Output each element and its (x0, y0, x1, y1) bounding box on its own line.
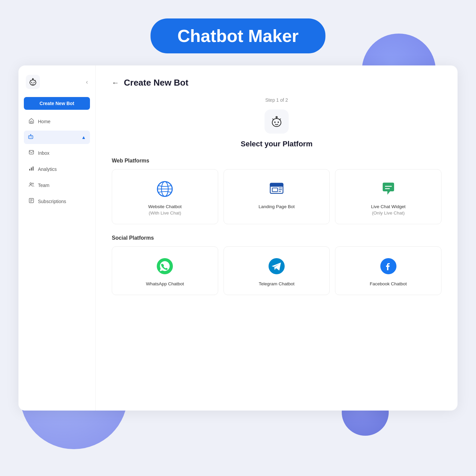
svg-rect-34 (270, 183, 283, 186)
logo-icon (26, 75, 40, 89)
sidebar-item-home-label: Home (38, 119, 50, 124)
svg-line-5 (30, 80, 31, 81)
telegram-chatbot-icon (267, 256, 287, 276)
main-card: ‹ Create New Bot Home ▲ Inbox (18, 65, 458, 411)
sidebar-item-analytics[interactable]: Analytics (24, 162, 90, 176)
sidebar-item-home[interactable]: Home (24, 114, 90, 129)
website-chatbot-label: Website Chatbot(With Live Chat) (148, 204, 182, 217)
bot-icon-container (112, 109, 441, 134)
bot-icon (265, 109, 289, 134)
page-header: ← Create New Bot (112, 78, 441, 88)
platform-card-whatsapp-chatbot[interactable]: WhatsApp Chatbot (112, 246, 218, 295)
svg-rect-16 (33, 166, 34, 171)
chevron-up-icon: ▲ (81, 135, 86, 140)
social-platforms-grid: WhatsApp Chatbot Telegram Chatbot (112, 246, 441, 295)
svg-point-1 (31, 82, 32, 83)
sidebar-item-team[interactable]: Team (24, 178, 90, 192)
platform-card-live-chat-widget[interactable]: Live Chat Widget(Only Live Chat) (335, 169, 441, 224)
sidebar-item-subscriptions[interactable]: Subscriptions (24, 194, 90, 208)
sidebar-logo-area: ‹ (24, 75, 90, 89)
svg-point-25 (278, 122, 279, 123)
svg-rect-15 (31, 168, 32, 171)
whatsapp-chatbot-icon (155, 256, 175, 276)
facebook-chatbot-icon (378, 256, 398, 276)
facebook-chatbot-label: Facebook Chatbot (370, 281, 407, 287)
svg-line-6 (35, 80, 36, 81)
sidebar-item-inbox[interactable]: Inbox (24, 146, 90, 160)
web-platforms-label: Web Platforms (112, 158, 441, 164)
svg-point-9 (30, 137, 30, 137)
main-content: ← Create New Bot Step 1 of 2 Sele (96, 65, 458, 411)
sidebar-item-analytics-label: Analytics (38, 166, 57, 172)
svg-point-12 (31, 134, 31, 135)
sidebar-item-team-label: Team (38, 183, 49, 188)
platform-card-facebook-chatbot[interactable]: Facebook Chatbot (335, 246, 441, 295)
svg-point-27 (276, 116, 277, 118)
svg-line-28 (273, 119, 274, 120)
svg-point-2 (34, 82, 35, 83)
landing-page-bot-label: Landing Page Bot (258, 204, 294, 210)
sidebar: ‹ Create New Bot Home ▲ Inbox (18, 65, 96, 411)
web-platforms-grid: Website Chatbot(With Live Chat) Landing … (112, 169, 441, 224)
home-icon (28, 118, 35, 125)
sidebar-item-subscriptions-label: Subscriptions (38, 199, 66, 204)
app-header: Chatbot Maker (150, 18, 325, 53)
sidebar-item-inbox-label: Inbox (38, 150, 49, 156)
live-chat-widget-label: Live Chat Widget(Only Live Chat) (371, 204, 406, 217)
step-indicator: Step 1 of 2 (112, 97, 441, 103)
team-icon (28, 182, 35, 189)
platform-card-website-chatbot[interactable]: Website Chatbot(With Live Chat) (112, 169, 218, 224)
landing-page-bot-icon (267, 179, 287, 199)
svg-point-10 (31, 137, 32, 137)
svg-rect-14 (29, 169, 30, 171)
svg-point-18 (32, 183, 34, 184)
analytics-icon (28, 165, 35, 173)
social-platforms-label: Social Platforms (112, 235, 441, 241)
platform-card-landing-page-bot[interactable]: Landing Page Bot (224, 169, 330, 224)
svg-rect-13 (29, 150, 34, 154)
sidebar-collapse-button[interactable]: ‹ (86, 79, 88, 86)
telegram-chatbot-label: Telegram Chatbot (259, 281, 295, 287)
whatsapp-chatbot-label: WhatsApp Chatbot (146, 281, 184, 287)
svg-rect-7 (31, 121, 32, 123)
svg-rect-35 (272, 188, 278, 192)
bots-icon (28, 134, 34, 141)
live-chat-widget-icon (378, 179, 398, 199)
subscriptions-icon (28, 198, 35, 205)
svg-point-4 (33, 79, 34, 80)
svg-line-29 (280, 119, 281, 120)
create-new-bot-button[interactable]: Create New Bot (24, 97, 90, 110)
svg-point-17 (30, 183, 32, 185)
platform-card-telegram-chatbot[interactable]: Telegram Chatbot (224, 246, 330, 295)
svg-rect-8 (29, 136, 33, 139)
svg-point-24 (274, 122, 276, 123)
website-chatbot-icon (155, 179, 175, 199)
sidebar-item-bots[interactable]: ▲ (24, 131, 90, 144)
app-title: Chatbot Maker (177, 26, 298, 46)
back-button[interactable]: ← (112, 79, 119, 87)
inbox-icon (28, 149, 35, 157)
page-title: Create New Bot (124, 78, 188, 88)
select-platform-title: Select your Platform (112, 140, 441, 148)
